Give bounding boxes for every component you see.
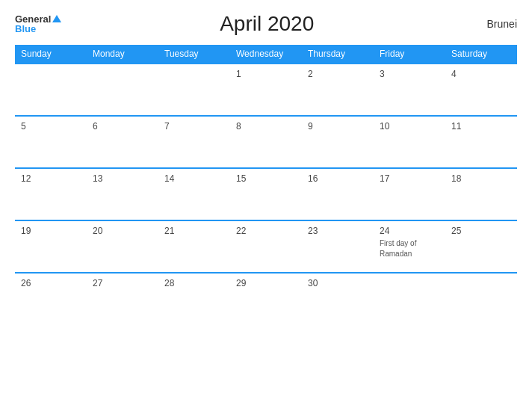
- calendar-cell: 3: [374, 64, 445, 116]
- calendar-cell: 28: [158, 273, 230, 325]
- country-label: Brunei: [472, 18, 517, 30]
- day-number: 29: [236, 278, 296, 288]
- header-sunday: Sunday: [15, 45, 87, 64]
- calendar-cell: 7: [158, 116, 230, 168]
- calendar-cell: 29: [230, 273, 302, 325]
- calendar-cell: [374, 273, 445, 325]
- calendar-cell: 18: [445, 168, 517, 220]
- calendar-cell: [445, 273, 517, 325]
- day-number: 18: [451, 173, 511, 184]
- table-row: 12131415161718: [15, 168, 517, 220]
- day-number: 26: [21, 278, 81, 288]
- calendar-cell: 5: [15, 116, 87, 168]
- calendar-cell: 12: [15, 168, 87, 220]
- header-thursday: Thursday: [302, 45, 374, 64]
- day-number: 2: [308, 69, 368, 79]
- calendar-cell: 14: [158, 168, 230, 220]
- calendar-cell: 25: [445, 220, 517, 273]
- calendar-cell: 23: [302, 220, 374, 273]
- calendar-cell: [15, 64, 87, 116]
- day-number: 8: [236, 121, 296, 132]
- calendar-cell: [158, 64, 230, 116]
- calendar-cell: 6: [87, 116, 158, 168]
- day-event: First day of Ramadan: [380, 239, 416, 258]
- day-number: 23: [308, 226, 368, 236]
- calendar-cell: 19: [15, 220, 87, 273]
- day-number: 15: [236, 173, 296, 184]
- calendar-cell: 30: [302, 273, 374, 325]
- day-number: 17: [380, 173, 439, 184]
- calendar-cell: 17: [374, 168, 445, 220]
- day-number: 6: [93, 121, 152, 132]
- header-friday: Friday: [374, 45, 445, 64]
- day-number: 12: [21, 173, 81, 184]
- calendar-cell: 26: [15, 273, 87, 325]
- calendar-table: Sunday Monday Tuesday Wednesday Thursday…: [15, 45, 517, 325]
- day-number: 21: [164, 226, 224, 236]
- calendar-cell: 8: [230, 116, 302, 168]
- day-number: 19: [21, 226, 81, 236]
- day-number: 9: [308, 121, 368, 132]
- day-number: 28: [164, 278, 224, 288]
- header-saturday: Saturday: [445, 45, 517, 64]
- day-number: 20: [93, 226, 152, 236]
- day-number: 7: [164, 121, 224, 132]
- calendar-title: April 2020: [61, 12, 472, 36]
- logo-blue-text: Blue: [15, 24, 36, 34]
- table-row: 567891011: [15, 116, 517, 168]
- calendar-cell: 1: [230, 64, 302, 116]
- day-number: 5: [21, 121, 81, 132]
- day-number: 24: [380, 226, 439, 236]
- day-number: 1: [236, 69, 296, 79]
- header: General Blue April 2020 Brunei: [15, 12, 517, 36]
- day-number: 3: [380, 69, 439, 79]
- calendar-cell: 13: [87, 168, 158, 220]
- table-row: 2627282930: [15, 273, 517, 325]
- day-number: 22: [236, 226, 296, 236]
- day-number: 11: [451, 121, 511, 132]
- logo: General Blue: [15, 14, 61, 34]
- table-row: 1234: [15, 64, 517, 116]
- day-number: 27: [93, 278, 152, 288]
- calendar-page: General Blue April 2020 Brunei Sunday Mo…: [0, 0, 532, 411]
- logo-triangle-icon: [52, 15, 61, 22]
- calendar-cell: 4: [445, 64, 517, 116]
- calendar-cell: 21: [158, 220, 230, 273]
- calendar-cell: 20: [87, 220, 158, 273]
- table-row: 192021222324First day of Ramadan25: [15, 220, 517, 273]
- calendar-cell: [87, 64, 158, 116]
- calendar-cell: 9: [302, 116, 374, 168]
- header-wednesday: Wednesday: [230, 45, 302, 64]
- calendar-cell: 15: [230, 168, 302, 220]
- calendar-cell: 2: [302, 64, 374, 116]
- day-number: 4: [451, 69, 511, 79]
- day-number: 14: [164, 173, 224, 184]
- header-tuesday: Tuesday: [158, 45, 230, 64]
- calendar-cell: 16: [302, 168, 374, 220]
- calendar-cell: 24First day of Ramadan: [374, 220, 445, 273]
- day-number: 25: [451, 226, 511, 236]
- day-number: 10: [380, 121, 439, 132]
- calendar-cell: 27: [87, 273, 158, 325]
- day-number: 30: [308, 278, 368, 288]
- weekday-header-row: Sunday Monday Tuesday Wednesday Thursday…: [15, 45, 517, 64]
- day-number: 13: [93, 173, 152, 184]
- header-monday: Monday: [87, 45, 158, 64]
- calendar-cell: 11: [445, 116, 517, 168]
- calendar-cell: 22: [230, 220, 302, 273]
- calendar-cell: 10: [374, 116, 445, 168]
- day-number: 16: [308, 173, 368, 184]
